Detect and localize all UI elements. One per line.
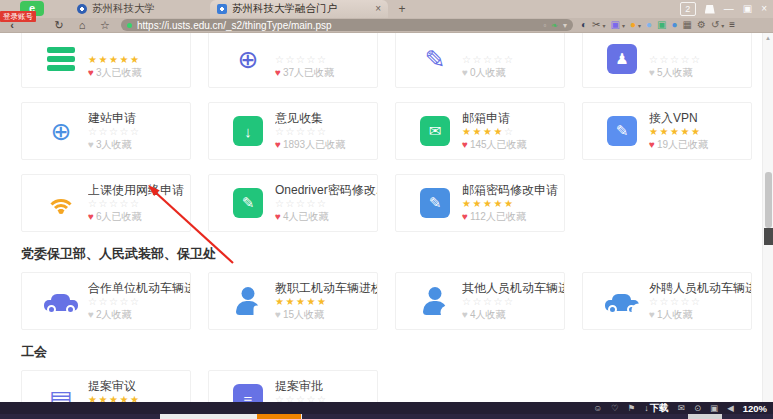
service-card[interactable]: ✓其他人员机动车辆进...☆☆☆☆☆♥4人收藏 (395, 272, 565, 330)
chevron-down-icon[interactable]: ▾ (563, 21, 567, 30)
tab-usts-portal-active[interactable]: 苏州科技大学融合门户 × (210, 0, 388, 18)
sync-dot-icon[interactable]: ● (646, 18, 652, 32)
star-empty-icon: ☆ (88, 198, 98, 209)
home-button[interactable]: ⌂ (75, 18, 89, 32)
scrollbar[interactable]: ▲ (762, 33, 773, 402)
window-icon[interactable]: ▣ (710, 402, 718, 414)
refresh-button[interactable]: ↻ (52, 18, 66, 32)
favorite-count-text: 15人收藏 (283, 309, 324, 320)
card-title: 邮箱申请 (462, 111, 527, 126)
rating-stars: ★★★★☆ (462, 126, 527, 138)
mail-doc-icon: ✉ (418, 113, 452, 149)
star-empty-icon: ☆ (649, 296, 659, 307)
address-bar[interactable]: https://i.usts.edu.cn/_s2/thingType/main… (121, 19, 573, 31)
favorite-count: ♥5人收藏 (649, 66, 701, 79)
mail-icon[interactable]: ✉ (678, 402, 685, 414)
bottom-strip-gray-segment (688, 414, 722, 419)
wechat-icon[interactable]: ▣ (657, 18, 666, 32)
person-check-icon: ✓ (418, 283, 452, 319)
dropdown-arrow-icon[interactable]: ▾ (721, 22, 724, 29)
service-card[interactable]: ✎接入VPN★★★★★♥19人已收藏 (582, 102, 752, 160)
maximize-button[interactable]: ▣ (743, 2, 752, 16)
scrollbar-thumb[interactable] (765, 172, 772, 228)
usb-icon[interactable]: ⊙ (694, 402, 701, 414)
section-title: 工会 (21, 344, 762, 360)
favorite-count: ♥6人已收藏 (88, 210, 184, 223)
heart-icon[interactable]: ♡ (611, 402, 619, 414)
settings-gear-icon[interactable]: ⚙ (697, 18, 706, 32)
dropdown-arrow-icon[interactable]: ▾ (638, 22, 641, 29)
favorite-count: ♥112人已收藏 (462, 210, 558, 223)
flag-icon[interactable]: ⚑ (628, 402, 636, 414)
collection-bag-icon[interactable] (705, 5, 715, 14)
user-profile-icon[interactable]: ◐ (581, 18, 587, 32)
favorites-icon[interactable]: ● (630, 18, 636, 32)
dropdown-arrow-icon[interactable]: ▾ (602, 22, 605, 29)
service-card[interactable]: 上课使用网络申请☆☆☆☆☆♥6人已收藏 (21, 174, 191, 232)
scroll-up-icon[interactable]: ▲ (765, 35, 771, 41)
card-info: 建站申请☆☆☆☆☆♥3人收藏 (88, 111, 140, 151)
close-button[interactable]: × (761, 2, 767, 16)
star-empty-icon: ☆ (472, 296, 482, 307)
portal-content: ★★★★★♥3人已收藏⊕☆☆☆☆☆♥37人已收藏✎☆☆☆☆☆♥0人收藏♟☆☆☆☆… (0, 33, 762, 402)
screenshot-icon[interactable]: ● (671, 18, 677, 32)
tab-usts-home[interactable]: 苏州科技大学 (70, 0, 208, 18)
tab-count-badge[interactable]: 2 (680, 2, 696, 16)
rating-stars: ☆☆☆☆☆ (88, 126, 140, 138)
star-filled-icon: ★ (98, 394, 108, 402)
translate-icon[interactable]: ▣ (610, 18, 619, 32)
apps-grid-icon[interactable]: ▦ (683, 18, 692, 32)
star-filled-icon: ★ (472, 198, 482, 209)
server-icon (44, 41, 78, 77)
star-empty-icon: ☆ (119, 296, 129, 307)
service-card[interactable]: ♟☆☆☆☆☆♥5人收藏 (582, 33, 752, 88)
favorite-count-text: 37人已收藏 (283, 67, 334, 78)
emoji-icon[interactable]: ☺ (593, 402, 602, 414)
doc-pencil-icon: ✎ (418, 185, 452, 221)
card-info: 外聘人员机动车辆进...☆☆☆☆☆♥1人收藏 (649, 281, 751, 321)
minimize-button[interactable]: — (724, 2, 734, 16)
service-card[interactable]: 合作单位机动车辆进...☆☆☆☆☆♥2人收藏 (21, 272, 191, 330)
globe-icon: ⊕ (44, 113, 78, 149)
service-card[interactable]: ≡教职工机动车辆进校...★★★★★♥15人收藏 (208, 272, 378, 330)
service-card[interactable]: ★★★★★♥3人已收藏 (21, 33, 191, 88)
service-card[interactable]: ✎Onedriver密码修改...☆☆☆☆☆♥4人已收藏 (208, 174, 378, 232)
page-zoom-level[interactable]: 120% (743, 403, 767, 414)
page-mode-icon[interactable]: ▫ (543, 21, 546, 30)
card-grid: 合作单位机动车辆进...☆☆☆☆☆♥2人收藏≡教职工机动车辆进校...★★★★★… (21, 272, 762, 330)
reader-leaf-icon[interactable]: ❧ (551, 21, 558, 30)
scrollbar-dark-segment (764, 228, 773, 245)
download-button[interactable]: ↓下载 (644, 402, 669, 415)
doc-pencil-icon: ✎ (605, 113, 639, 149)
bookmark-star-icon[interactable]: ☆ (98, 18, 112, 32)
service-card[interactable]: ↓意见收集☆☆☆☆☆♥1893人已收藏 (208, 102, 378, 160)
star-filled-icon: ★ (691, 126, 701, 137)
tab-close-icon[interactable]: × (375, 0, 381, 18)
car-icon (44, 283, 78, 319)
tab-title: 苏州科技大学融合门户 (232, 2, 370, 16)
star-empty-icon: ☆ (306, 394, 316, 402)
card-title: 提案审议 (88, 379, 140, 394)
favorite-count: ♥19人已收藏 (649, 138, 708, 151)
history-undo-icon[interactable]: ↺ (711, 18, 719, 32)
service-card[interactable]: ⊕☆☆☆☆☆♥37人已收藏 (208, 33, 378, 88)
service-card[interactable]: ◔外聘人员机动车辆进...☆☆☆☆☆♥1人收藏 (582, 272, 752, 330)
service-card[interactable]: ≡提案审批☆☆☆☆☆ (208, 370, 378, 402)
new-tab-button[interactable]: + (394, 2, 410, 16)
service-card[interactable]: ▤提案审议★★★★★ (21, 370, 191, 402)
service-card[interactable]: ⊕建站申请☆☆☆☆☆♥3人收藏 (21, 102, 191, 160)
star-filled-icon: ★ (275, 296, 285, 307)
card-title: 建站申请 (88, 111, 140, 126)
card-info: 接入VPN★★★★★♥19人已收藏 (649, 111, 708, 151)
dropdown-arrow-icon[interactable]: ▾ (622, 22, 625, 29)
favorite-count-text: 5人收藏 (657, 67, 693, 78)
service-card[interactable]: ✎邮箱密码修改申请★★★★★♥112人已收藏 (395, 174, 565, 232)
service-card[interactable]: ✉邮箱申请★★★★☆♥145人已收藏 (395, 102, 565, 160)
service-card[interactable]: ✎☆☆☆☆☆♥0人收藏 (395, 33, 565, 88)
star-filled-icon: ★ (130, 54, 140, 65)
clock-badge-icon: ◔ (633, 305, 644, 316)
star-empty-icon: ☆ (109, 198, 119, 209)
volume-icon[interactable]: ◀ (727, 402, 734, 414)
menu-icon[interactable]: ≡ (729, 18, 735, 32)
scissors-icon[interactable]: ✂ (592, 18, 600, 32)
